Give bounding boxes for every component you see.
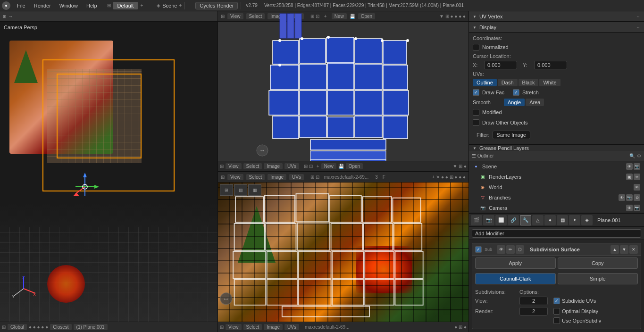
mod-up-btn[interactable]: ▲: [611, 245, 619, 254]
mod-edit-btn[interactable]: ✏: [506, 245, 515, 254]
catmull-clark-btn[interactable]: Catmull-Clark: [475, 273, 556, 284]
props-render-btn[interactable]: 📷: [483, 215, 494, 225]
add-modifier-dropdown[interactable]: Add Modifier: [472, 229, 641, 238]
uvs-label: UVs:: [473, 71, 510, 77]
props-texture-btn[interactable]: ▦: [557, 215, 568, 225]
view-value[interactable]: 2: [519, 297, 548, 305]
black-tab[interactable]: Black: [519, 79, 539, 86]
camera-vis2[interactable]: 📷: [634, 205, 640, 211]
branch-vis3[interactable]: ⚙: [634, 194, 640, 201]
uv-top-view[interactable]: View: [227, 13, 243, 19]
uv-bottom-view[interactable]: View: [227, 174, 243, 180]
props-object-btn[interactable]: ⬜: [495, 215, 507, 225]
svg-point-42: [354, 37, 357, 40]
optimal-display-checkbox[interactable]: [553, 308, 560, 315]
props-particles-btn[interactable]: ✦: [569, 215, 580, 225]
uv-bottom-select[interactable]: Select: [246, 174, 265, 180]
subdivide-uvs-checkbox[interactable]: [553, 298, 560, 304]
menu-file[interactable]: File: [13, 2, 29, 9]
display-expand: ↔: [636, 25, 640, 30]
draw-other-checkbox[interactable]: [473, 119, 479, 126]
render-value[interactable]: 2: [519, 307, 548, 315]
outliner-branches[interactable]: ▽ Branches 👁 📷 ⚙: [476, 192, 644, 203]
outline-tab[interactable]: Outline: [473, 79, 497, 86]
uv-footer-view[interactable]: View: [226, 163, 242, 169]
render-engine[interactable]: Cycles Render: [195, 2, 238, 9]
viewport-footer: ⊞ Global ● ● ● ● ● Closest (1) Plane.001: [0, 322, 217, 332]
simple-btn[interactable]: Simple: [558, 273, 638, 284]
viewport-content[interactable]: Camera Persp X Z Y: [0, 22, 217, 322]
mod-enabled-checkbox[interactable]: [475, 246, 482, 253]
dash-tab[interactable]: Dash: [498, 79, 518, 86]
display-header[interactable]: Display ↔: [469, 22, 644, 33]
props-data-btn[interactable]: △: [532, 215, 544, 225]
mod-view-btn[interactable]: 👁: [497, 245, 505, 254]
modified-checkbox[interactable]: [473, 109, 479, 116]
workspace-tab-default[interactable]: Default: [113, 2, 139, 9]
uv-footer-open2[interactable]: Open: [346, 163, 363, 169]
mod-close-btn[interactable]: ✕: [629, 245, 638, 254]
draw-fac-checkbox[interactable]: [473, 89, 479, 96]
mod-down-btn[interactable]: ▼: [620, 245, 628, 254]
uv-footer-new2[interactable]: New: [321, 163, 336, 169]
smooth-angle-tab[interactable]: Angle: [504, 99, 525, 106]
props-scene-btn[interactable]: 🎬: [471, 215, 482, 225]
uv-bfooter-view[interactable]: View: [226, 324, 242, 330]
outliner-world[interactable]: ◉ World 👁: [476, 182, 644, 192]
grease-pencil-header[interactable]: Grease Pencil Layers: [469, 144, 644, 151]
footer-global[interactable]: Global: [8, 324, 27, 330]
svg-rect-69: [332, 280, 364, 305]
svg-rect-23: [327, 63, 354, 90]
normalized-checkbox[interactable]: [473, 44, 479, 50]
camera-icon: 📷: [479, 205, 486, 211]
uv-canvas-bottom[interactable]: ⊞ ▤ ▦: [218, 183, 468, 322]
svg-rect-34: [355, 116, 382, 138]
white-tab[interactable]: White: [539, 79, 560, 86]
props-physics-btn[interactable]: ◈: [581, 215, 593, 225]
grease-pencil-arrow: [473, 146, 477, 150]
outliner-header-icons: 🔍 ⚙: [629, 153, 641, 158]
branch-vis2[interactable]: 📷: [626, 194, 633, 201]
uv-canvas-top[interactable]: ↔: [218, 22, 468, 161]
smooth-area-tab[interactable]: Area: [526, 99, 544, 106]
uv-footer-uvs[interactable]: UVs: [284, 163, 299, 169]
rl-vis[interactable]: ▣: [626, 174, 633, 180]
filter-value[interactable]: Same Image: [493, 131, 530, 139]
world-vis[interactable]: 👁: [634, 184, 640, 191]
subdivisions-label: Subdivisions:: [475, 289, 518, 295]
options-label: Options:: [519, 289, 562, 295]
uv-bottom-uvs[interactable]: UVs: [289, 174, 304, 180]
rl-vis2[interactable]: ✏: [634, 174, 640, 180]
uv-area: ⊞ View Select Image UVs ⊞ ⊡ + New 💾 Open…: [218, 11, 468, 332]
uv-bfooter-image[interactable]: Image: [264, 324, 283, 330]
scene-vis-2[interactable]: 📷: [634, 163, 640, 170]
copy-button[interactable]: Copy: [558, 257, 638, 269]
opensubdiv-checkbox[interactable]: [553, 317, 560, 324]
footer-closest[interactable]: Closest: [50, 324, 71, 330]
outliner-scene[interactable]: ● Scene 👁 📷: [469, 161, 644, 172]
apply-copy-row: Apply Copy: [472, 256, 641, 271]
uv-bfooter-select[interactable]: Select: [243, 324, 262, 330]
outliner-camera[interactable]: 📷 Camera 👁 📷: [476, 203, 644, 213]
menu-help[interactable]: Help: [83, 2, 101, 9]
scene-vis-1[interactable]: 👁: [626, 163, 633, 170]
uv-bottom-image[interactable]: Image: [268, 174, 286, 180]
cursor-y-value[interactable]: 0.000: [534, 61, 567, 69]
props-constraint-btn[interactable]: 🔗: [508, 215, 519, 225]
camera-vis1[interactable]: 👁: [626, 205, 633, 211]
menu-render[interactable]: Render: [30, 2, 55, 9]
props-modifier-btn[interactable]: 🔧: [520, 215, 531, 225]
apply-button[interactable]: Apply: [475, 257, 556, 269]
branch-vis1[interactable]: 👁: [619, 194, 625, 201]
outliner-rl[interactable]: ▣ RenderLayers ▣ ✏: [476, 172, 644, 182]
props-material-btn[interactable]: ●: [544, 215, 556, 225]
uv-footer-select[interactable]: Select: [243, 163, 262, 169]
uv-bfooter-uvs[interactable]: UVs: [284, 324, 299, 330]
uv-vertex-header[interactable]: UV Vertex ↔: [469, 11, 644, 22]
cursor-x-value[interactable]: 0.000: [484, 61, 517, 69]
svg-rect-31: [273, 116, 299, 139]
stretch-checkbox[interactable]: [513, 89, 519, 96]
mod-cage-btn[interactable]: ⬡: [516, 245, 524, 254]
menu-window[interactable]: Window: [56, 2, 82, 9]
uv-footer-image[interactable]: Image: [264, 163, 283, 169]
